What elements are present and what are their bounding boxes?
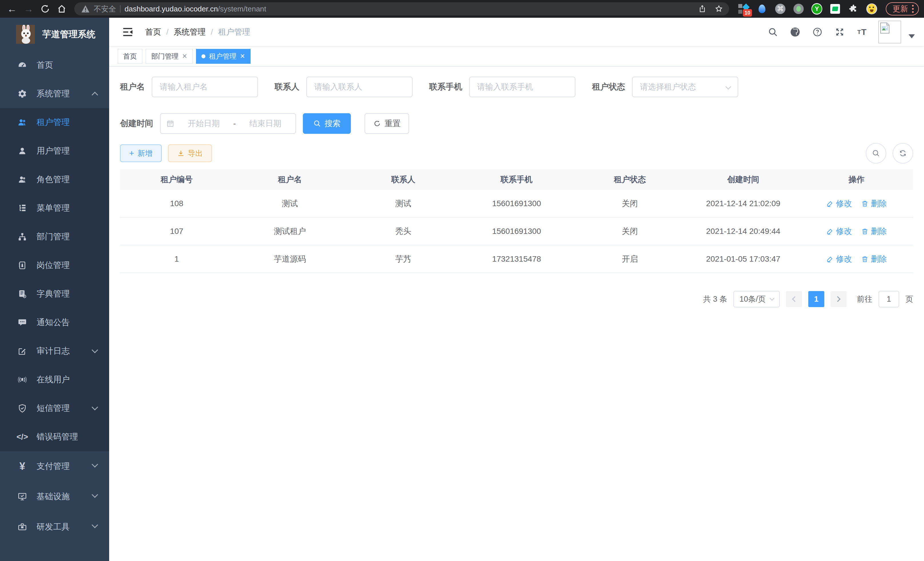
refresh-icon bbox=[898, 149, 907, 158]
close-icon[interactable]: ✕ bbox=[240, 53, 245, 60]
extension-chat-icon[interactable] bbox=[830, 3, 841, 14]
tenant-name-input[interactable] bbox=[152, 77, 258, 97]
toggle-search-button[interactable] bbox=[866, 143, 886, 164]
next-page-button[interactable] bbox=[831, 291, 847, 307]
header-search-button[interactable] bbox=[764, 23, 782, 41]
search-button[interactable]: 搜索 bbox=[303, 113, 351, 134]
extension-balloon-icon[interactable] bbox=[757, 3, 767, 14]
breadcrumb-home[interactable]: 首页 bbox=[145, 27, 161, 38]
extensions-puzzle-icon[interactable] bbox=[848, 3, 859, 14]
table-toolbar: + 新增 导出 bbox=[120, 143, 913, 164]
browser-reload-button[interactable] bbox=[38, 2, 52, 16]
browser-back-button[interactable]: ← bbox=[5, 2, 19, 16]
breadcrumb-system[interactable]: 系统管理 bbox=[174, 27, 206, 38]
edit-link[interactable]: 修改 bbox=[826, 226, 852, 237]
extension-y-icon[interactable]: Y bbox=[812, 3, 822, 14]
extension-recorder-icon[interactable] bbox=[793, 3, 804, 14]
browser-update-button[interactable]: 更新 bbox=[886, 2, 919, 15]
browser-home-button[interactable] bbox=[55, 2, 69, 16]
mobile-input[interactable] bbox=[469, 77, 575, 97]
sidebar-item-label: 首页 bbox=[37, 59, 53, 71]
column-header: 租户名 bbox=[233, 174, 347, 185]
delete-link[interactable]: 删除 bbox=[861, 198, 887, 209]
sidebar-item-infra[interactable]: 基础设施 bbox=[0, 481, 109, 512]
calendar-icon bbox=[166, 120, 174, 128]
extension-command-icon[interactable]: ⌘ bbox=[775, 3, 786, 14]
sidebar-logo[interactable]: 芋道管理系统 bbox=[0, 18, 109, 51]
chevron-down-icon bbox=[92, 461, 98, 468]
sidebar-item-dev-tools[interactable]: 研发工具 bbox=[0, 512, 109, 542]
bookmark-button[interactable] bbox=[712, 3, 725, 15]
tab-dept[interactable]: 部门管理 ✕ bbox=[146, 49, 193, 64]
sidebar-item-label: 研发工具 bbox=[37, 521, 70, 533]
close-icon[interactable]: ✕ bbox=[182, 53, 187, 60]
sidebar-item-home[interactable]: 首页 bbox=[0, 51, 109, 80]
sidebar-item-user[interactable]: 用户管理 bbox=[0, 137, 109, 165]
cell-mobile: 17321315478 bbox=[460, 254, 573, 264]
sidebar-item-error-code[interactable]: </> 错误码管理 bbox=[0, 423, 109, 451]
chevron-down-icon bbox=[92, 404, 98, 411]
sidebar-item-system[interactable]: 系统管理 bbox=[0, 80, 109, 108]
tree-menu-icon bbox=[16, 203, 28, 213]
sidebar-item-label: 用户管理 bbox=[37, 145, 70, 157]
reset-button[interactable]: 重置 bbox=[364, 113, 409, 134]
sidebar-item-post[interactable]: 岗位管理 bbox=[0, 251, 109, 280]
chevron-down-icon bbox=[725, 84, 731, 89]
sidebar-item-label: 审计日志 bbox=[37, 345, 70, 357]
create-time-range-picker[interactable]: 开始日期 - 结束日期 bbox=[160, 113, 296, 134]
font-size-button[interactable]: TT bbox=[853, 23, 871, 41]
cell-tenant-name: 芋道源码 bbox=[233, 254, 347, 265]
prev-page-button[interactable] bbox=[786, 291, 802, 307]
column-header: 联系人 bbox=[346, 174, 460, 185]
page-size-select[interactable]: 10条/页 bbox=[734, 291, 780, 307]
edit-link[interactable]: 修改 bbox=[826, 198, 852, 209]
fullscreen-icon bbox=[835, 27, 845, 37]
avatar[interactable] bbox=[878, 21, 901, 44]
tab-home[interactable]: 首页 bbox=[118, 49, 142, 64]
logo-rabbit-image bbox=[16, 25, 35, 44]
browser-menu-kebab-icon[interactable] bbox=[912, 5, 914, 13]
monitor-icon bbox=[16, 492, 28, 502]
contact-input[interactable] bbox=[306, 77, 412, 97]
delete-link[interactable]: 删除 bbox=[861, 254, 887, 265]
extension-tabs-icon[interactable]: 10 bbox=[738, 3, 749, 14]
status-select[interactable]: 请选择租户状态 bbox=[632, 77, 738, 97]
security-label[interactable]: 不安全 bbox=[94, 4, 116, 14]
sidebar-item-label: 角色管理 bbox=[37, 174, 70, 185]
search-icon bbox=[872, 149, 880, 158]
github-link-button[interactable] bbox=[786, 23, 804, 41]
edit-link[interactable]: 修改 bbox=[826, 254, 852, 265]
sidebar-item-dept[interactable]: 部门管理 bbox=[0, 223, 109, 251]
profile-avatar-icon[interactable] bbox=[866, 3, 877, 14]
online-users-icon bbox=[16, 375, 28, 385]
url-text[interactable]: dashboard.yudao.iocoder.cn/system/tenant bbox=[124, 5, 692, 14]
sidebar-item-menu[interactable]: 菜单管理 bbox=[0, 194, 109, 223]
help-button[interactable] bbox=[808, 23, 826, 41]
edit-pencil-icon bbox=[826, 255, 834, 263]
browser-forward-button[interactable]: → bbox=[22, 2, 35, 16]
app-title: 芋道管理系统 bbox=[42, 28, 95, 40]
fullscreen-button[interactable] bbox=[831, 23, 849, 41]
tab-tenant[interactable]: 租户管理 ✕ bbox=[196, 49, 250, 64]
sidebar-item-role[interactable]: 角色管理 bbox=[0, 165, 109, 194]
cell-actions: 修改 删除 bbox=[800, 198, 913, 209]
cell-actions: 修改 删除 bbox=[800, 254, 913, 265]
sidebar-item-dict[interactable]: 字典管理 bbox=[0, 280, 109, 308]
export-button[interactable]: 导出 bbox=[168, 144, 212, 162]
delete-link[interactable]: 删除 bbox=[861, 226, 887, 237]
avatar-caret-icon[interactable] bbox=[909, 34, 915, 38]
share-button[interactable] bbox=[696, 3, 709, 15]
sidebar-item-pay[interactable]: ¥ 支付管理 bbox=[0, 451, 109, 481]
sidebar-collapse-button[interactable] bbox=[118, 22, 138, 42]
add-button[interactable]: + 新增 bbox=[120, 144, 162, 162]
goto-page-input[interactable] bbox=[879, 291, 899, 307]
refresh-table-button[interactable] bbox=[892, 143, 913, 164]
current-page[interactable]: 1 bbox=[808, 291, 824, 307]
sidebar-item-sms[interactable]: 短信管理 bbox=[0, 394, 109, 423]
sidebar-item-notice[interactable]: 通知公告 bbox=[0, 308, 109, 337]
create-time-label: 创建时间 bbox=[120, 118, 153, 129]
sidebar-item-audit-log[interactable]: 审计日志 bbox=[0, 337, 109, 365]
sidebar-item-tenant[interactable]: 租户管理 bbox=[0, 108, 109, 137]
sidebar-item-online-users[interactable]: 在线用户 bbox=[0, 365, 109, 394]
address-bar[interactable]: 不安全 dashboard.yudao.iocoder.cn/system/te… bbox=[74, 2, 729, 15]
